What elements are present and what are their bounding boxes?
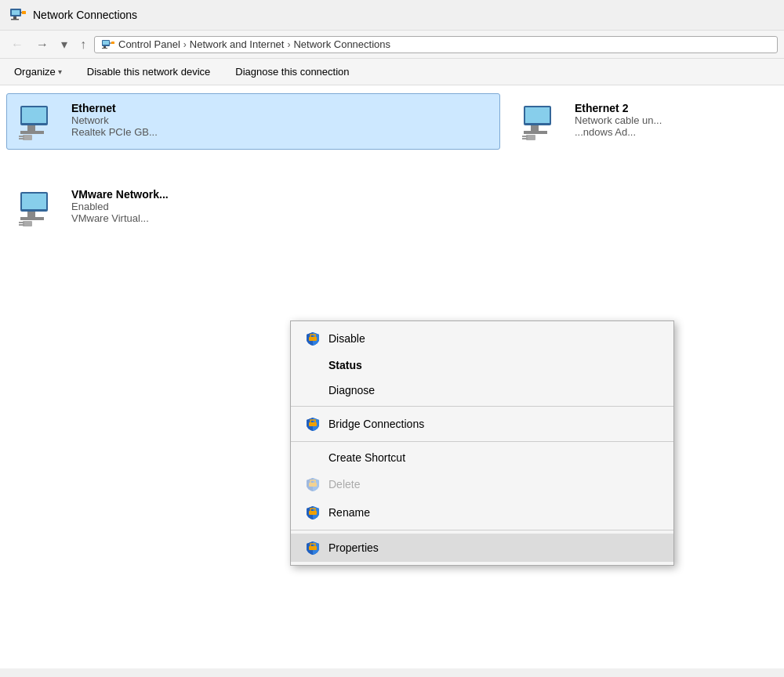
- svg-rect-21: [531, 125, 539, 131]
- svg-rect-9: [102, 48, 107, 49]
- adapter-ethernet[interactable]: Ethernet Network Realtek PCIe GB...: [6, 93, 500, 150]
- svg-rect-18: [19, 138, 24, 139]
- svg-rect-8: [103, 46, 106, 48]
- svg-rect-17: [19, 136, 24, 137]
- svg-rect-2: [13, 16, 16, 19]
- title-bar-title: Network Connections: [33, 9, 137, 21]
- ctx-properties[interactable]: Properties: [291, 534, 673, 562]
- vmware-icon: [16, 188, 64, 227]
- breadcrumb-network-internet: Network and Internet: [190, 38, 285, 50]
- dropdown-button[interactable]: ▾: [56, 34, 72, 55]
- svg-rect-10: [111, 42, 114, 44]
- ethernet2-name: Ethernet 2: [575, 102, 662, 114]
- ethernet-driver: Realtek PCIe GB...: [71, 126, 158, 138]
- organize-dropdown-arrow: ▾: [58, 67, 62, 76]
- diagnose-button[interactable]: Diagnose this connection: [230, 63, 354, 80]
- ethernet2-driver: ...ndows Ad...: [575, 126, 662, 138]
- breadcrumb-control-panel: Control Panel: [118, 38, 180, 50]
- ctx-shortcut[interactable]: Create Shortcut: [291, 445, 673, 470]
- ctx-diagnose-label: Diagnose: [328, 384, 375, 396]
- address-bar[interactable]: Control Panel › Network and Internet › N…: [94, 36, 778, 53]
- svg-rect-1: [12, 10, 20, 15]
- svg-rect-20: [525, 107, 550, 123]
- vmware-name: VMware Network...: [71, 188, 169, 201]
- address-bar-icon: [101, 38, 115, 51]
- ethernet-status: Network: [71, 114, 158, 126]
- shield-icon-delete: [305, 476, 321, 492]
- up-button[interactable]: ↑: [75, 34, 91, 55]
- vmware-info: VMware Network... Enabled VMware Virtual…: [71, 188, 169, 224]
- title-bar-icon: [9, 6, 27, 24]
- disable-button[interactable]: Disable this network device: [82, 63, 216, 80]
- breadcrumb-network-connections: Network Connections: [293, 38, 390, 50]
- ethernet2-icon: [520, 102, 567, 141]
- svg-rect-4: [22, 11, 26, 14]
- ctx-diagnose[interactable]: Diagnose: [291, 378, 673, 403]
- svg-rect-13: [22, 107, 46, 123]
- ctx-bridge[interactable]: Bridge Connections: [291, 410, 673, 438]
- svg-rect-7: [103, 41, 109, 45]
- ctx-rename-label: Rename: [328, 506, 370, 519]
- back-button[interactable]: ←: [6, 34, 28, 55]
- ctx-delete: Delete: [291, 470, 673, 498]
- toolbar: Organize ▾ Disable this network device D…: [0, 59, 784, 85]
- adapter-ethernet2[interactable]: Ethernet 2 Network cable un... ...ndows …: [510, 93, 776, 150]
- adapter-vmware[interactable]: VMware Network... Enabled VMware Virtual…: [6, 179, 273, 236]
- ethernet-icon: [16, 102, 64, 141]
- vmware-status: Enabled: [71, 201, 169, 212]
- shield-icon-rename: [305, 505, 321, 520]
- shield-icon-properties: [305, 540, 321, 556]
- ctx-sep1: [291, 406, 673, 407]
- svg-rect-31: [19, 222, 24, 223]
- ctx-properties-label: Properties: [328, 541, 379, 554]
- svg-rect-15: [20, 131, 44, 134]
- ctx-rename[interactable]: Rename: [291, 498, 673, 527]
- ctx-disable-label: Disable: [328, 332, 365, 345]
- ctx-bridge-label: Bridge Connections: [328, 418, 424, 430]
- vmware-driver: VMware Virtual...: [71, 212, 169, 224]
- svg-rect-24: [522, 136, 528, 137]
- svg-rect-28: [27, 212, 35, 217]
- ethernet2-info: Ethernet 2 Network cable un... ...ndows …: [575, 102, 662, 138]
- svg-rect-27: [22, 194, 46, 209]
- shield-icon-bridge: [305, 416, 321, 432]
- shield-icon-disable: [305, 331, 321, 346]
- ethernet2-status: Network cable un...: [575, 114, 662, 126]
- ctx-sep2: [291, 441, 673, 442]
- organize-button[interactable]: Organize ▾: [9, 63, 67, 80]
- ethernet-info: Ethernet Network Realtek PCIe GB...: [71, 102, 158, 138]
- ethernet-name: Ethernet: [71, 102, 158, 114]
- svg-rect-22: [524, 131, 547, 134]
- ctx-status[interactable]: Status: [291, 353, 673, 378]
- svg-rect-25: [522, 138, 528, 139]
- svg-rect-32: [19, 224, 24, 226]
- ctx-disable[interactable]: Disable: [291, 324, 673, 353]
- svg-rect-14: [27, 125, 35, 131]
- ctx-status-label: Status: [328, 359, 362, 371]
- svg-rect-29: [20, 217, 44, 220]
- context-menu: Disable Status Diagnose Bridge Connectio…: [290, 320, 674, 566]
- ctx-shortcut-label: Create Shortcut: [328, 451, 405, 464]
- nav-bar: ← → ▾ ↑ Control Panel › Network and Inte…: [0, 31, 784, 59]
- main-content: Ethernet Network Realtek PCIe GB... Ethe…: [0, 85, 784, 668]
- title-bar: Network Connections: [0, 0, 784, 31]
- ctx-delete-label: Delete: [328, 478, 360, 491]
- ctx-sep3: [291, 530, 673, 530]
- svg-rect-3: [11, 19, 19, 20]
- forward-button[interactable]: →: [31, 34, 53, 55]
